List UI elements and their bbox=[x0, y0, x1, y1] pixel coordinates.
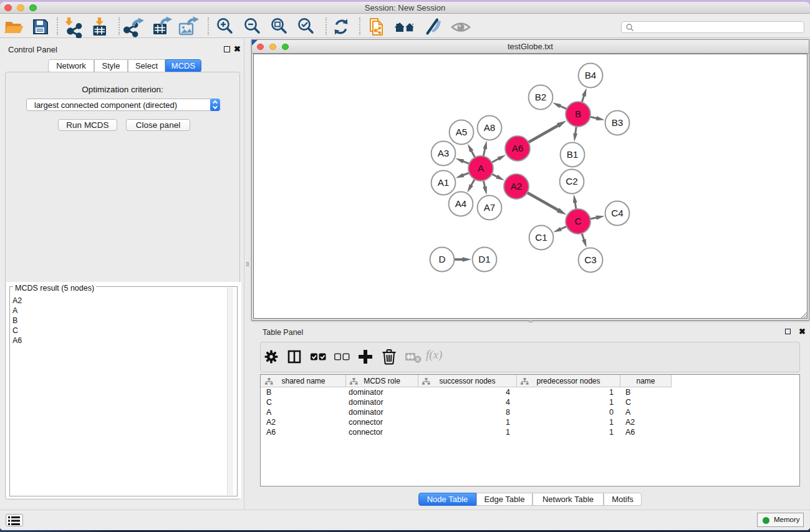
svg-text:A7: A7 bbox=[484, 202, 496, 213]
svg-text:A8: A8 bbox=[484, 122, 496, 133]
svg-text:C3: C3 bbox=[584, 254, 596, 265]
svg-text:A1: A1 bbox=[438, 177, 450, 188]
svg-text:B1: B1 bbox=[567, 149, 579, 160]
svg-text:B3: B3 bbox=[612, 117, 624, 128]
svg-text:D: D bbox=[439, 254, 446, 264]
svg-text:B4: B4 bbox=[585, 70, 597, 80]
svg-text:A: A bbox=[478, 163, 485, 173]
svg-text:A2: A2 bbox=[511, 181, 523, 191]
svg-text:A3: A3 bbox=[438, 148, 450, 158]
svg-text:D1: D1 bbox=[478, 254, 490, 264]
svg-text:B: B bbox=[575, 109, 581, 119]
svg-text:C4: C4 bbox=[611, 208, 623, 218]
svg-text:C: C bbox=[575, 216, 582, 226]
svg-text:C2: C2 bbox=[566, 176, 577, 186]
svg-text:C1: C1 bbox=[535, 232, 547, 243]
svg-text:A4: A4 bbox=[455, 198, 467, 209]
svg-text:A5: A5 bbox=[456, 127, 468, 137]
svg-text:A6: A6 bbox=[512, 143, 524, 153]
svg-text:B2: B2 bbox=[535, 92, 547, 102]
